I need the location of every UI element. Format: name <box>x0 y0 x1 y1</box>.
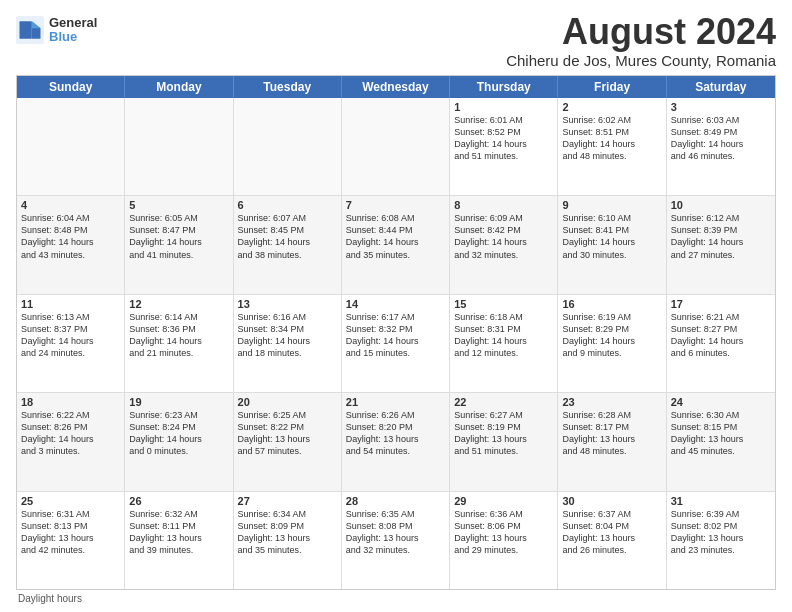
cal-cell-day-21: 21Sunrise: 6:26 AMSunset: 8:20 PMDayligh… <box>342 393 450 490</box>
cal-cell-day-22: 22Sunrise: 6:27 AMSunset: 8:19 PMDayligh… <box>450 393 558 490</box>
day-info: Sunrise: 6:22 AMSunset: 8:26 PMDaylight:… <box>21 409 120 458</box>
day-info: Sunrise: 6:01 AMSunset: 8:52 PMDaylight:… <box>454 114 553 163</box>
day-number: 26 <box>129 495 228 507</box>
cal-cell-empty <box>342 98 450 195</box>
day-number: 25 <box>21 495 120 507</box>
day-number: 1 <box>454 101 553 113</box>
day-info: Sunrise: 6:21 AMSunset: 8:27 PMDaylight:… <box>671 311 771 360</box>
cal-header-monday: Monday <box>125 76 233 98</box>
cal-week-5: 25Sunrise: 6:31 AMSunset: 8:13 PMDayligh… <box>17 492 775 589</box>
day-info: Sunrise: 6:10 AMSunset: 8:41 PMDaylight:… <box>562 212 661 261</box>
day-info: Sunrise: 6:34 AMSunset: 8:09 PMDaylight:… <box>238 508 337 557</box>
cal-cell-day-4: 4Sunrise: 6:04 AMSunset: 8:48 PMDaylight… <box>17 196 125 293</box>
logo-icon <box>16 16 44 44</box>
cal-cell-day-18: 18Sunrise: 6:22 AMSunset: 8:26 PMDayligh… <box>17 393 125 490</box>
day-info: Sunrise: 6:35 AMSunset: 8:08 PMDaylight:… <box>346 508 445 557</box>
day-number: 12 <box>129 298 228 310</box>
cal-cell-day-16: 16Sunrise: 6:19 AMSunset: 8:29 PMDayligh… <box>558 295 666 392</box>
cal-cell-empty <box>125 98 233 195</box>
calendar: SundayMondayTuesdayWednesdayThursdayFrid… <box>16 75 776 590</box>
cal-cell-day-1: 1Sunrise: 6:01 AMSunset: 8:52 PMDaylight… <box>450 98 558 195</box>
cal-cell-day-20: 20Sunrise: 6:25 AMSunset: 8:22 PMDayligh… <box>234 393 342 490</box>
header: General Blue August 2024 Chiheru de Jos,… <box>16 12 776 69</box>
cal-header-wednesday: Wednesday <box>342 76 450 98</box>
day-number: 24 <box>671 396 771 408</box>
cal-cell-day-17: 17Sunrise: 6:21 AMSunset: 8:27 PMDayligh… <box>667 295 775 392</box>
cal-cell-day-8: 8Sunrise: 6:09 AMSunset: 8:42 PMDaylight… <box>450 196 558 293</box>
logo-line1: General <box>49 16 97 30</box>
day-info: Sunrise: 6:28 AMSunset: 8:17 PMDaylight:… <box>562 409 661 458</box>
cal-cell-day-6: 6Sunrise: 6:07 AMSunset: 8:45 PMDaylight… <box>234 196 342 293</box>
day-info: Sunrise: 6:12 AMSunset: 8:39 PMDaylight:… <box>671 212 771 261</box>
day-number: 6 <box>238 199 337 211</box>
cal-cell-day-28: 28Sunrise: 6:35 AMSunset: 8:08 PMDayligh… <box>342 492 450 589</box>
day-info: Sunrise: 6:07 AMSunset: 8:45 PMDaylight:… <box>238 212 337 261</box>
day-number: 31 <box>671 495 771 507</box>
day-info: Sunrise: 6:14 AMSunset: 8:36 PMDaylight:… <box>129 311 228 360</box>
day-info: Sunrise: 6:05 AMSunset: 8:47 PMDaylight:… <box>129 212 228 261</box>
day-number: 10 <box>671 199 771 211</box>
cal-cell-day-14: 14Sunrise: 6:17 AMSunset: 8:32 PMDayligh… <box>342 295 450 392</box>
day-info: Sunrise: 6:16 AMSunset: 8:34 PMDaylight:… <box>238 311 337 360</box>
cal-cell-day-24: 24Sunrise: 6:30 AMSunset: 8:15 PMDayligh… <box>667 393 775 490</box>
day-info: Sunrise: 6:39 AMSunset: 8:02 PMDaylight:… <box>671 508 771 557</box>
cal-cell-day-2: 2Sunrise: 6:02 AMSunset: 8:51 PMDaylight… <box>558 98 666 195</box>
cal-cell-day-12: 12Sunrise: 6:14 AMSunset: 8:36 PMDayligh… <box>125 295 233 392</box>
cal-header-tuesday: Tuesday <box>234 76 342 98</box>
day-number: 5 <box>129 199 228 211</box>
day-info: Sunrise: 6:31 AMSunset: 8:13 PMDaylight:… <box>21 508 120 557</box>
day-number: 8 <box>454 199 553 211</box>
page: General Blue August 2024 Chiheru de Jos,… <box>0 0 792 612</box>
svg-rect-3 <box>20 22 32 40</box>
subtitle: Chiheru de Jos, Mures County, Romania <box>506 52 776 69</box>
day-number: 19 <box>129 396 228 408</box>
logo: General Blue <box>16 16 97 45</box>
day-info: Sunrise: 6:27 AMSunset: 8:19 PMDaylight:… <box>454 409 553 458</box>
cal-week-2: 4Sunrise: 6:04 AMSunset: 8:48 PMDaylight… <box>17 196 775 294</box>
day-number: 27 <box>238 495 337 507</box>
day-info: Sunrise: 6:25 AMSunset: 8:22 PMDaylight:… <box>238 409 337 458</box>
logo-text: General Blue <box>49 16 97 45</box>
day-number: 9 <box>562 199 661 211</box>
cal-cell-day-26: 26Sunrise: 6:32 AMSunset: 8:11 PMDayligh… <box>125 492 233 589</box>
cal-cell-day-13: 13Sunrise: 6:16 AMSunset: 8:34 PMDayligh… <box>234 295 342 392</box>
day-info: Sunrise: 6:32 AMSunset: 8:11 PMDaylight:… <box>129 508 228 557</box>
day-number: 22 <box>454 396 553 408</box>
day-number: 13 <box>238 298 337 310</box>
cal-cell-day-30: 30Sunrise: 6:37 AMSunset: 8:04 PMDayligh… <box>558 492 666 589</box>
cal-cell-day-25: 25Sunrise: 6:31 AMSunset: 8:13 PMDayligh… <box>17 492 125 589</box>
day-number: 11 <box>21 298 120 310</box>
day-info: Sunrise: 6:36 AMSunset: 8:06 PMDaylight:… <box>454 508 553 557</box>
cal-cell-day-7: 7Sunrise: 6:08 AMSunset: 8:44 PMDaylight… <box>342 196 450 293</box>
day-info: Sunrise: 6:18 AMSunset: 8:31 PMDaylight:… <box>454 311 553 360</box>
day-info: Sunrise: 6:26 AMSunset: 8:20 PMDaylight:… <box>346 409 445 458</box>
cal-header-friday: Friday <box>558 76 666 98</box>
cal-cell-day-29: 29Sunrise: 6:36 AMSunset: 8:06 PMDayligh… <box>450 492 558 589</box>
cal-cell-day-9: 9Sunrise: 6:10 AMSunset: 8:41 PMDaylight… <box>558 196 666 293</box>
day-number: 4 <box>21 199 120 211</box>
day-number: 28 <box>346 495 445 507</box>
day-info: Sunrise: 6:30 AMSunset: 8:15 PMDaylight:… <box>671 409 771 458</box>
cal-week-1: 1Sunrise: 6:01 AMSunset: 8:52 PMDaylight… <box>17 98 775 196</box>
main-title: August 2024 <box>506 12 776 52</box>
logo-line2: Blue <box>49 30 97 44</box>
day-info: Sunrise: 6:02 AMSunset: 8:51 PMDaylight:… <box>562 114 661 163</box>
cal-cell-day-27: 27Sunrise: 6:34 AMSunset: 8:09 PMDayligh… <box>234 492 342 589</box>
day-number: 14 <box>346 298 445 310</box>
day-number: 17 <box>671 298 771 310</box>
cal-cell-day-31: 31Sunrise: 6:39 AMSunset: 8:02 PMDayligh… <box>667 492 775 589</box>
day-number: 30 <box>562 495 661 507</box>
day-number: 16 <box>562 298 661 310</box>
day-number: 18 <box>21 396 120 408</box>
cal-cell-day-11: 11Sunrise: 6:13 AMSunset: 8:37 PMDayligh… <box>17 295 125 392</box>
day-number: 3 <box>671 101 771 113</box>
day-info: Sunrise: 6:19 AMSunset: 8:29 PMDaylight:… <box>562 311 661 360</box>
day-info: Sunrise: 6:17 AMSunset: 8:32 PMDaylight:… <box>346 311 445 360</box>
day-number: 23 <box>562 396 661 408</box>
cal-week-4: 18Sunrise: 6:22 AMSunset: 8:26 PMDayligh… <box>17 393 775 491</box>
day-info: Sunrise: 6:23 AMSunset: 8:24 PMDaylight:… <box>129 409 228 458</box>
day-number: 29 <box>454 495 553 507</box>
day-number: 2 <box>562 101 661 113</box>
day-number: 15 <box>454 298 553 310</box>
cal-cell-day-3: 3Sunrise: 6:03 AMSunset: 8:49 PMDaylight… <box>667 98 775 195</box>
